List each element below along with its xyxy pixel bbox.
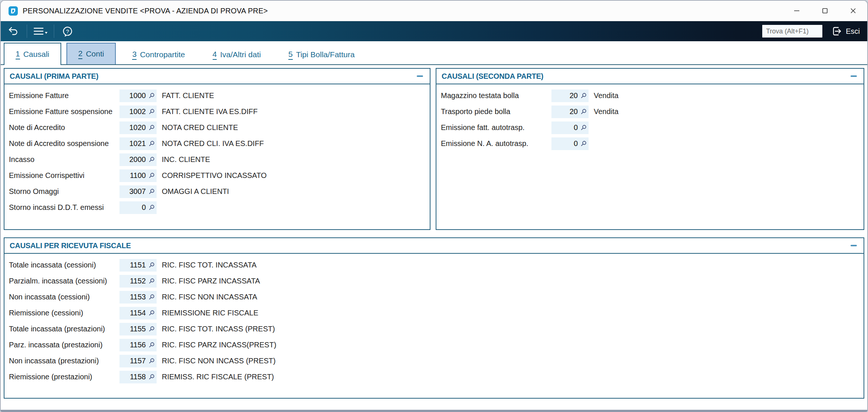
tab-conti[interactable]: 2 Conti xyxy=(66,43,116,65)
code-input[interactable] xyxy=(122,309,146,317)
search-lens-button[interactable] xyxy=(148,310,155,316)
tab-contropartite[interactable]: 3 Contropartite xyxy=(121,44,196,65)
code-input[interactable] xyxy=(122,139,146,148)
code-input[interactable] xyxy=(122,155,146,164)
code-field[interactable] xyxy=(119,185,157,198)
code-field[interactable] xyxy=(119,371,157,383)
search-lens-button[interactable] xyxy=(148,188,155,195)
code-field[interactable] xyxy=(119,307,157,319)
search-lens-button[interactable] xyxy=(580,140,587,147)
search-lens-button[interactable] xyxy=(148,294,155,300)
code-input[interactable] xyxy=(122,341,146,349)
svg-text:?: ? xyxy=(66,28,69,35)
table-row: Non incassata (prestazioni) RIC. FISC NO… xyxy=(9,353,864,369)
search-lens-button[interactable] xyxy=(148,108,155,115)
window-title: PERSONALIZZAZIONE VENDITE <PROVA - AZIEN… xyxy=(23,7,268,15)
code-field[interactable] xyxy=(119,137,157,150)
panel-causali-ricevuta-fiscale: CAUSALI PER RICEVUTA FISCALE Totale inca… xyxy=(4,237,864,399)
search-lens-button[interactable] xyxy=(148,124,155,131)
code-field[interactable] xyxy=(119,121,157,134)
search-lens-button[interactable] xyxy=(148,326,155,332)
search-lens-button[interactable] xyxy=(148,358,155,364)
code-field[interactable] xyxy=(119,106,157,118)
code-input[interactable] xyxy=(122,373,146,381)
search-icon xyxy=(148,204,155,211)
search-icon xyxy=(580,140,587,147)
collapse-panel-button[interactable] xyxy=(850,73,858,79)
code-field[interactable] xyxy=(119,275,157,288)
search-lens-button[interactable] xyxy=(148,156,155,163)
help-button[interactable]: ? xyxy=(57,21,78,41)
close-button[interactable] xyxy=(839,1,867,21)
code-field[interactable] xyxy=(551,106,589,118)
code-input[interactable] xyxy=(122,325,146,333)
code-field[interactable] xyxy=(551,90,589,102)
table-row: Magazzino testata bolla Vendita xyxy=(441,88,864,104)
search-icon xyxy=(148,294,155,300)
tab-causali[interactable]: 1 Causali xyxy=(4,43,61,65)
trova-search-input[interactable] xyxy=(762,25,822,38)
minus-icon xyxy=(851,245,857,246)
search-lens-button[interactable] xyxy=(148,204,155,211)
code-input[interactable] xyxy=(122,357,146,365)
code-field[interactable] xyxy=(119,323,157,335)
code-input[interactable] xyxy=(122,277,146,285)
table-row: Trasporto piede bolla Vendita xyxy=(441,104,864,120)
table-row: Emissione N. A. autotrasp. xyxy=(441,136,864,152)
code-input[interactable] xyxy=(122,293,146,301)
code-field[interactable] xyxy=(119,339,157,351)
code-input[interactable] xyxy=(554,123,578,132)
search-lens-button[interactable] xyxy=(148,140,155,147)
code-input[interactable] xyxy=(554,139,578,148)
collapse-panel-button[interactable] xyxy=(416,73,424,79)
esci-button[interactable]: Esci xyxy=(830,26,861,37)
search-lens-button[interactable] xyxy=(148,342,155,348)
search-icon xyxy=(148,358,155,364)
search-icon xyxy=(148,342,155,348)
code-field[interactable] xyxy=(551,121,589,134)
search-lens-button[interactable] xyxy=(148,278,155,284)
tab-iva-altri-dati[interactable]: 4 Iva/Altri dati xyxy=(202,44,272,65)
table-row: Emissione Fatture sospensione FATT. CLIE… xyxy=(9,104,430,120)
code-input[interactable] xyxy=(122,171,146,180)
exit-icon xyxy=(831,26,842,37)
code-field[interactable] xyxy=(119,169,157,182)
search-lens-button[interactable] xyxy=(148,93,155,99)
search-lens-button[interactable] xyxy=(148,172,155,179)
toolbar-separator xyxy=(54,25,54,38)
code-input[interactable] xyxy=(122,203,146,212)
code-input[interactable] xyxy=(122,261,146,269)
code-field[interactable] xyxy=(119,90,157,102)
code-input[interactable] xyxy=(122,187,146,196)
search-lens-button[interactable] xyxy=(580,93,587,99)
code-field[interactable] xyxy=(119,201,157,214)
code-input[interactable] xyxy=(122,123,146,132)
code-field[interactable] xyxy=(119,153,157,166)
code-input[interactable] xyxy=(122,91,146,100)
app-window: PERSONALIZZAZIONE VENDITE <PROVA - AZIEN… xyxy=(0,0,868,412)
back-button[interactable] xyxy=(3,21,24,41)
code-input[interactable] xyxy=(122,107,146,116)
maximize-button[interactable] xyxy=(811,1,839,21)
code-field[interactable] xyxy=(119,291,157,304)
table-row: Riemissione (prestazioni) RIEMISS. RIC F… xyxy=(9,369,864,385)
search-lens-button[interactable] xyxy=(148,262,155,268)
code-input[interactable] xyxy=(554,107,578,116)
collapse-panel-button[interactable] xyxy=(850,243,858,249)
tab-tipi-bolla-fattura[interactable]: 5 Tipi Bolla/Fattura xyxy=(277,44,366,65)
menu-button[interactable] xyxy=(30,21,51,41)
search-lens-button[interactable] xyxy=(148,374,155,380)
code-input[interactable] xyxy=(554,91,578,100)
table-row: Storno incassi D.D.T. emessi xyxy=(9,199,430,215)
search-icon xyxy=(148,326,155,332)
search-icon xyxy=(148,156,155,163)
search-lens-button[interactable] xyxy=(580,124,587,131)
code-field[interactable] xyxy=(551,137,589,150)
code-field[interactable] xyxy=(119,355,157,367)
search-icon xyxy=(148,374,155,380)
table-row: Emissione fatt. autotrasp. xyxy=(441,120,864,136)
search-lens-button[interactable] xyxy=(580,108,587,115)
code-field[interactable] xyxy=(119,259,157,272)
search-icon xyxy=(148,188,155,195)
minimize-button[interactable] xyxy=(783,1,811,21)
